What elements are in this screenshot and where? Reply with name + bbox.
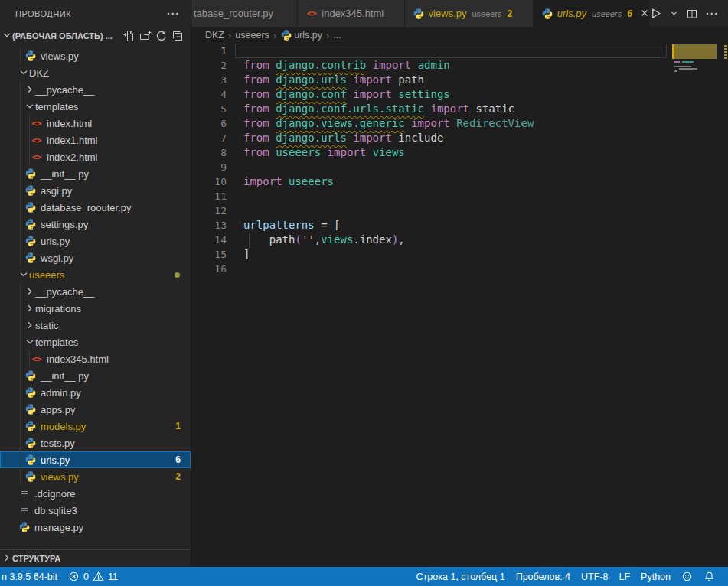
code-line-1[interactable]: 1 [191, 44, 728, 58]
line-number[interactable]: 8 [191, 145, 227, 160]
line-number[interactable]: 11 [191, 189, 227, 203]
code-line-5[interactable]: 5from django.conf.urls.static import sta… [191, 102, 728, 116]
outline-section-header[interactable]: СТРУКТУРА [0, 549, 191, 567]
tree-item-.dcignore[interactable]: .dcignore [0, 485, 191, 502]
problems-status[interactable]: 011 [63, 567, 123, 586]
line-number[interactable]: 14 [191, 233, 227, 247]
tree-item-views.py[interactable]: views.py [0, 47, 191, 64]
chevron-down-icon[interactable] [670, 9, 678, 18]
tree-item-__pycache__[interactable]: __pycache__ [0, 283, 191, 300]
more-actions-icon[interactable]: ··· [167, 8, 180, 20]
tree-item-__init__.py[interactable]: __init__.py [0, 367, 191, 384]
code-line-8[interactable]: 8from useeers import views [191, 145, 728, 160]
code-line-12[interactable]: 12 [191, 203, 728, 218]
breadcrumb-item-urlspy[interactable]: urls.py [280, 30, 322, 41]
chevron-right-icon[interactable] [24, 283, 35, 300]
line-number[interactable]: 10 [191, 174, 227, 189]
cursor-position-status[interactable]: Строка 1, столбец 1 [415, 567, 511, 586]
chevron-down-icon[interactable] [2, 30, 12, 42]
line-number[interactable]: 6 [191, 116, 227, 131]
code-line-4[interactable]: 4from django.conf import settings [191, 87, 728, 102]
chevron-right-icon[interactable] [24, 81, 35, 98]
tree-item-wsgi.py[interactable]: wsgi.py [0, 249, 191, 266]
minimap[interactable] [672, 44, 723, 567]
code-line-15[interactable]: 15] [191, 247, 728, 262]
chevron-down-icon[interactable] [24, 334, 35, 350]
feedback-icon[interactable] [676, 567, 698, 586]
tree-item-templates[interactable]: templates [0, 334, 191, 350]
code-line-13[interactable]: 13urlpatterns = [ [191, 218, 728, 233]
tree-item-__init__.py[interactable]: __init__.py [0, 165, 191, 182]
tree-item-admin.py[interactable]: admin.py [0, 384, 191, 401]
tree-item-index.html[interactable]: <>index.html [0, 115, 191, 132]
new-folder-icon[interactable] [139, 29, 152, 43]
new-file-icon[interactable] [122, 29, 136, 43]
line-number[interactable]: 1 [191, 44, 227, 58]
tree-item-migrations[interactable]: migrations [0, 300, 191, 317]
chevron-right-icon[interactable] [24, 300, 35, 317]
tree-item-settings.py[interactable]: settings.py [0, 216, 191, 233]
bell-icon[interactable] [698, 567, 720, 586]
more-actions-icon[interactable]: ··· [706, 8, 719, 20]
tree-item-db.sqlite3[interactable]: db.sqlite3 [0, 502, 191, 519]
breadcrumb-item-DKZ[interactable]: DKZ [205, 30, 224, 41]
code-editor[interactable]: 12from django.contrib import admin3from … [191, 44, 728, 567]
tree-item-urls.py[interactable]: urls.py [0, 233, 191, 249]
split-editor-icon[interactable] [686, 8, 698, 20]
tree-item-index1.html[interactable]: <>index1.html [0, 132, 191, 148]
line-number[interactable]: 5 [191, 102, 227, 116]
line-number[interactable]: 12 [191, 203, 227, 218]
code-line-7[interactable]: 7from django.urls import include [191, 131, 728, 145]
tree-item-index345.html[interactable]: <>index345.html [0, 350, 191, 367]
python-interpreter-status[interactable]: n 3.9.5 64-bit [0, 567, 63, 586]
encoding-status[interactable]: UTF-8 [576, 567, 613, 586]
eol-status[interactable]: LF [613, 567, 635, 586]
code-line-10[interactable]: 10import useeers [191, 174, 728, 189]
line-number[interactable]: 13 [191, 218, 227, 233]
code-line-6[interactable]: 6from django.views.generic import Redire… [191, 116, 728, 131]
chevron-down-icon[interactable] [18, 64, 29, 81]
line-number[interactable]: 3 [191, 73, 227, 87]
tree-item-models.py[interactable]: models.py1 [0, 418, 191, 435]
workspace-section-header[interactable]: (РАБОЧАЯ ОБЛАСТЬ) ... [0, 28, 191, 44]
run-icon[interactable] [649, 7, 662, 20]
tree-item-templates[interactable]: templates [0, 98, 191, 115]
overview-ruler[interactable] [723, 44, 728, 567]
close-icon[interactable] [639, 8, 649, 20]
tree-item-asgi.py[interactable]: asgi.py [0, 182, 191, 199]
line-number[interactable]: 2 [191, 58, 227, 73]
code-line-16[interactable]: 16 [191, 262, 728, 276]
tree-item-urls.py[interactable]: urls.py6 [0, 451, 191, 468]
code-line-2[interactable]: 2from django.contrib import admin [191, 58, 728, 73]
line-number[interactable]: 16 [191, 262, 227, 276]
tree-item-__pycache__[interactable]: __pycache__ [0, 81, 191, 98]
chevron-right-icon[interactable] [24, 317, 35, 334]
tab-views.py[interactable]: views.pyuseeers2 [405, 0, 534, 27]
code-line-14[interactable]: 14 path('',views.index), [191, 233, 728, 247]
language-mode-status[interactable]: Python [635, 567, 676, 586]
line-number[interactable]: 7 [191, 131, 227, 145]
tree-item-database_roouter.py[interactable]: database_roouter.py [0, 199, 191, 216]
line-number[interactable]: 4 [191, 87, 227, 102]
tab-tabase_roouter.py[interactable]: tabase_roouter.py [191, 0, 298, 27]
tab-urls.py[interactable]: urls.pyuseeers6 [534, 0, 649, 27]
line-number[interactable]: 9 [191, 160, 227, 174]
chevron-down-icon[interactable] [24, 98, 35, 115]
breadcrumb-item-[interactable]: ... [333, 30, 341, 41]
tree-item-views.py[interactable]: views.py2 [0, 468, 191, 485]
chevron-down-icon[interactable] [18, 266, 29, 283]
code-line-9[interactable]: 9 [191, 160, 728, 174]
line-number[interactable]: 15 [191, 247, 227, 262]
breadcrumb-item-useeers[interactable]: useeers [235, 30, 269, 41]
tree-item-static[interactable]: static [0, 317, 191, 334]
tree-item-useeers[interactable]: useeers [0, 266, 191, 283]
code-line-11[interactable]: 11 [191, 189, 728, 203]
tab-index345.html[interactable]: <>index345.html [298, 0, 404, 27]
breadcrumb[interactable]: DKZ›useeers›urls.py›... [191, 27, 728, 44]
tree-item-index2.html[interactable]: <>index2.html [0, 148, 191, 165]
code-line-3[interactable]: 3from django.urls import path [191, 73, 728, 87]
tree-item-DKZ[interactable]: DKZ [0, 64, 191, 81]
indentation-status[interactable]: Пробелов: 4 [511, 567, 576, 586]
tree-item-apps.py[interactable]: apps.py [0, 401, 191, 418]
refresh-icon[interactable] [155, 29, 168, 43]
